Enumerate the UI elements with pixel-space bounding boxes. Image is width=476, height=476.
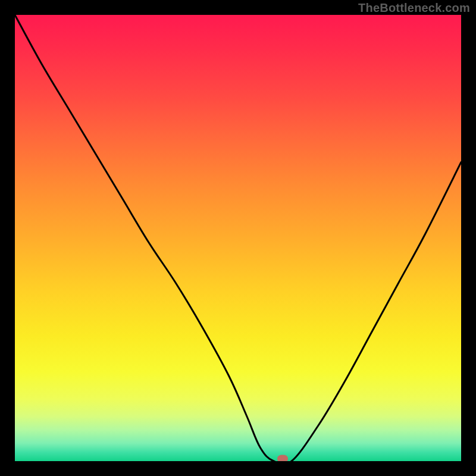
bottleneck-curve [15,15,461,461]
chart-frame: TheBottleneck.com [0,0,476,476]
plot-area [15,15,461,461]
curve-path [15,15,461,461]
optimal-marker [277,455,288,462]
attribution-label: TheBottleneck.com [358,1,470,15]
